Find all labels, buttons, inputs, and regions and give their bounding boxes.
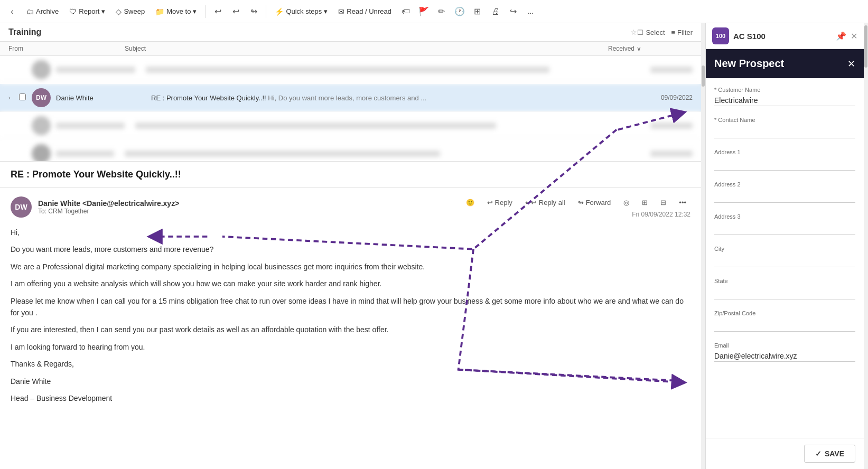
zip-input[interactable] [714,318,855,332]
email-subject-text-1: RE : Promote Your Website Quickly..!! [151,94,266,102]
folder-star-icon[interactable]: ☆ [630,28,637,36]
app-badge: 100 AC S100 [712,27,766,44]
panel-close-button[interactable]: ✕ [847,58,855,70]
col-subject-header: Subject [125,45,608,52]
received-sort-icon: ∨ [637,45,641,52]
flag-button[interactable]: 🚩 [416,4,432,20]
quick-steps-icon: ⚡ [275,7,284,16]
customer-name-value[interactable]: Electricalwire [714,95,855,106]
email-action-icon1[interactable]: ◎ [619,196,633,209]
expand-icon[interactable]: › [8,95,19,101]
move-chevron: ▾ [193,7,197,15]
app-icon: 100 [712,27,729,44]
right-panel-scrollbar-thumb[interactable] [864,25,867,68]
pencil-button[interactable]: ✏ [434,4,450,20]
email-more-button[interactable]: ••• [675,196,690,209]
email-timestamp: Fri 09/09/2022 12:32 [632,211,690,218]
app-title: AC S100 [733,32,766,41]
clock-button[interactable]: 🕐 [452,4,468,20]
email-label: Email [714,342,855,349]
address3-input[interactable] [714,222,855,235]
email-action-icon3[interactable]: ⊟ [656,196,670,209]
address2-label: Address 2 [714,181,855,187]
contact-name-input[interactable] [714,125,855,138]
undo-button[interactable]: ↩ [210,4,226,20]
reply-all-button[interactable]: ↩↩ Reply all [521,196,570,209]
email-message: DW Danie White <Danie@electricalwire.xyz… [0,188,701,418]
email-actions-container: 🙂 ↩ Reply ↩↩ Reply all ↬ For [462,196,690,218]
email-received-1: 09/09/2022 [629,94,693,101]
body-line-5: Please let me know when I can call you f… [11,295,690,319]
folder-actions: ☐ Select ≡ Filter [637,29,693,36]
email-scrollbar[interactable] [701,23,705,469]
pin-button[interactable]: 📌 [836,31,846,41]
archive-button[interactable]: 🗂 Archive [22,5,63,18]
email-avatar-1: DW [32,88,51,107]
email-row-blurred-2 [0,112,701,140]
email-field: Email Danie@electricalwire.xyz [714,342,855,362]
email-list: › DW Danie White RE : Promote Your Websi… [0,56,701,162]
email-scrollbar-thumb[interactable] [702,65,705,87]
report-chevron: ▾ [101,7,105,15]
select-icon: ☐ [637,29,643,36]
save-button[interactable]: ✓ SAVE [804,445,855,463]
email-row-blurred-3 [0,140,701,162]
email-row-1[interactable]: › DW Danie White RE : Promote Your Websi… [0,84,701,112]
city-field: City [714,246,855,267]
sweep-button[interactable]: ◇ Sweep [111,5,149,18]
forward-icon: ↬ [578,199,584,207]
body-line-9: Danie White [11,376,690,387]
email-value[interactable]: Danie@electricalwire.xyz [714,351,855,362]
right-panel-scrollbar[interactable] [864,23,868,469]
email-subject-preview-1: RE : Promote Your Website Quickly..!! Hi… [151,94,629,102]
grid-button[interactable]: ⊞ [470,4,486,20]
email-actions-row: 🙂 ↩ Reply ↩↩ Reply all ↬ For [462,196,690,209]
body-line-3: We are a Professional digital marketing … [11,261,690,273]
main-container: Training ☆ ☐ Select ≡ Filter From Subjec… [0,23,868,469]
panel-close-top-button[interactable]: ✕ [851,31,857,41]
divider2 [266,5,266,18]
panel-title-bar: New Prospect ✕ [706,49,864,78]
more-button[interactable]: ... [524,5,538,17]
address2-input[interactable] [714,190,855,203]
folder-title: Training [8,27,627,37]
back-button[interactable]: ‹ [4,4,20,20]
emoji-button[interactable]: 🙂 [462,196,479,209]
redo-button[interactable]: ↪ [506,4,521,20]
tag-button[interactable]: 🏷 [398,4,414,20]
reply-all-icon: ↩↩ [525,199,537,207]
email-body: Hi, Do you want more leads, more custome… [11,227,690,404]
read-unread-button[interactable]: ✉ Read / Unread [334,5,396,18]
panel-title: New Prospect [714,58,784,70]
email-action-icon2[interactable]: ⊞ [638,196,652,209]
move-to-button[interactable]: 📁 Move to ▾ [151,5,201,18]
email-subject-bar: RE : Promote Your Website Quickly..!! [0,162,701,188]
email-checkbox-1[interactable] [19,93,32,102]
col-from-header: From [8,45,125,52]
save-checkmark-icon: ✓ [815,449,822,458]
print-button[interactable]: 🖨 [488,4,503,20]
sender-name: Danie White <Danie@electricalwire.xyz> [38,199,179,208]
zip-label: Zip/Postal Code [714,310,855,316]
forward-email-button[interactable]: ↬ Forward [574,196,615,209]
right-panel: 100 AC S100 📌 ✕ New Prospect ✕ * Custome… [705,23,864,469]
address1-input[interactable] [714,157,855,171]
panel-form: * Customer Name Electricalwire * Contact… [706,78,864,438]
email-columns: From Subject Received ∨ [0,42,701,56]
select-button[interactable]: ☐ Select [637,29,665,36]
panel-app-header: 100 AC S100 📌 ✕ [706,23,864,49]
sender-details: Danie White <Danie@electricalwire.xyz> T… [38,199,179,215]
quick-steps-button[interactable]: ⚡ Quick steps ▾ [270,5,332,18]
panel-header-icons: 📌 ✕ [836,31,857,41]
body-line-10: Head – Business Development [11,392,690,404]
reply-button[interactable]: ↩ Reply [483,196,517,209]
undo2-button[interactable]: ↩ [228,4,244,20]
report-button[interactable]: 🛡 Report ▾ [65,5,109,18]
city-label: City [714,246,855,252]
city-input[interactable] [714,254,855,267]
forward-button[interactable]: ↬ [246,4,262,20]
archive-icon: 🗂 [26,7,34,16]
state-input[interactable] [714,286,855,299]
filter-button[interactable]: ≡ Filter [671,29,693,36]
contact-name-label: * Contact Name [714,117,855,123]
